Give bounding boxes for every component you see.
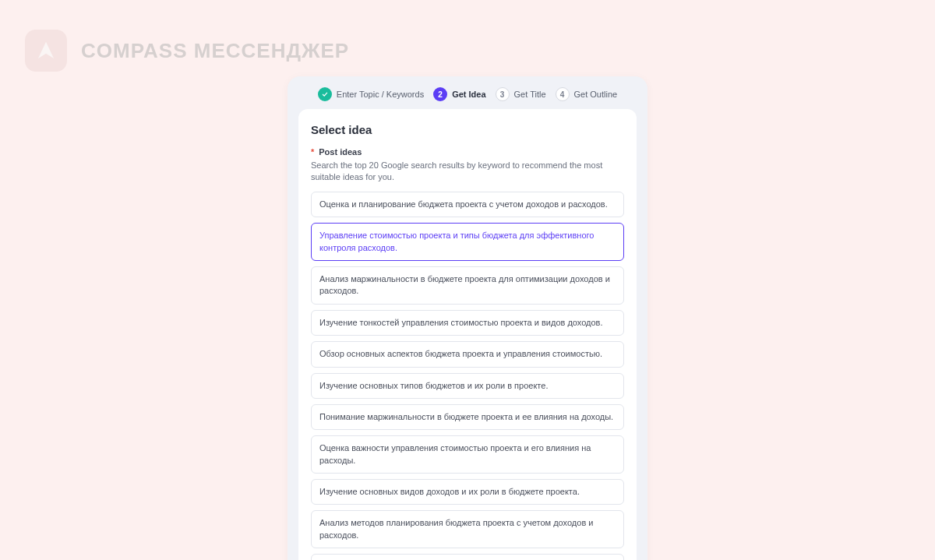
panel-title: Select idea xyxy=(311,123,624,136)
panel-description: Search the top 20 Google search results … xyxy=(311,160,624,184)
idea-option[interactable]: Оценка важности управления стоимостью пр… xyxy=(311,435,624,474)
step-label: Enter Topic / Keywords xyxy=(337,90,424,99)
ideas-list: Оценка и планирование бюджета проекта с … xyxy=(311,192,624,560)
idea-option[interactable]: Анализ маржинальности в бюджете проекта … xyxy=(311,266,624,305)
step-get-outline[interactable]: 4 Get Outline xyxy=(556,87,618,101)
wizard-steps: Enter Topic / Keywords 2 Get Idea 3 Get … xyxy=(288,76,647,109)
step-get-idea[interactable]: 2 Get Idea xyxy=(433,87,485,101)
step-label: Get Idea xyxy=(452,90,485,99)
arrow-up-icon xyxy=(34,39,58,62)
subhead-text: Post ideas xyxy=(319,147,362,157)
idea-option[interactable]: Обзор основных аспектов бюджета проекта … xyxy=(311,341,624,367)
idea-option[interactable]: Исследование эффективных типов бюджетов … xyxy=(311,554,624,560)
idea-option[interactable]: Изучение тонкостей управления стоимостью… xyxy=(311,310,624,336)
step-number-badge: 4 xyxy=(556,87,570,101)
idea-option[interactable]: Управление стоимостью проекта и типы бюд… xyxy=(311,223,624,261)
brand-name: COMPASS МЕССЕНДЖЕР xyxy=(81,39,349,63)
idea-option[interactable]: Изучение основных видов доходов и их рол… xyxy=(311,479,624,505)
check-icon xyxy=(318,87,332,101)
wizard-card: Enter Topic / Keywords 2 Get Idea 3 Get … xyxy=(288,76,647,560)
idea-option[interactable]: Понимание маржинальности в бюджете проек… xyxy=(311,404,624,430)
step-number-badge: 3 xyxy=(496,87,510,101)
step-number-badge: 2 xyxy=(433,87,447,101)
compass-logo-icon xyxy=(25,30,67,72)
step-label: Get Title xyxy=(514,90,546,99)
required-asterisk: * xyxy=(311,147,314,157)
select-idea-panel: Select idea * Post ideas Search the top … xyxy=(298,109,637,560)
idea-option[interactable]: Анализ методов планирования бюджета прое… xyxy=(311,510,624,548)
idea-option[interactable]: Изучение основных типов бюджетов и их ро… xyxy=(311,373,624,399)
step-enter-topic[interactable]: Enter Topic / Keywords xyxy=(318,87,424,101)
step-get-title[interactable]: 3 Get Title xyxy=(496,87,546,101)
idea-option[interactable]: Оценка и планирование бюджета проекта с … xyxy=(311,192,624,217)
step-label: Get Outline xyxy=(574,90,618,99)
brand: COMPASS МЕССЕНДЖЕР xyxy=(25,30,349,72)
post-ideas-subhead: * Post ideas xyxy=(311,147,624,157)
